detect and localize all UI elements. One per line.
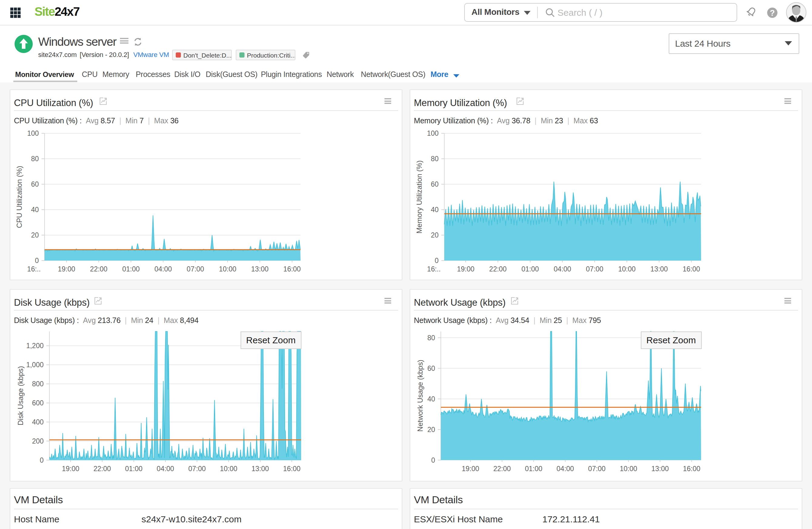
svg-text:01:00: 01:00 [521,265,539,273]
svg-text:22:00: 22:00 [90,265,107,273]
svg-text:200: 200 [32,437,44,445]
svg-text:1,200: 1,200 [26,342,44,350]
svg-text:400: 400 [32,418,44,426]
svg-text:80: 80 [431,155,439,163]
svg-text:19:00: 19:00 [462,465,479,473]
svg-text:Memory Utilization (%): Memory Utilization (%) [415,160,423,233]
svg-text:19:00: 19:00 [62,465,79,473]
svg-text:60: 60 [31,180,39,188]
svg-text:Disk Usage (kbps): Disk Usage (kbps) [16,366,25,425]
svg-text:13:00: 13:00 [251,265,269,273]
svg-text:40: 40 [31,206,39,214]
svg-text:CPU Utilization (%): CPU Utilization (%) [15,166,23,228]
svg-text:Network Usage (kbps): Network Usage (kbps) [416,359,424,431]
svg-text:60: 60 [431,180,439,188]
svg-text:100: 100 [27,129,39,137]
svg-text:Reset Zoom: Reset Zoom [646,335,696,345]
svg-text:0: 0 [435,256,439,265]
svg-text:22:00: 22:00 [93,465,111,473]
svg-text:01:00: 01:00 [525,465,543,473]
svg-text:80: 80 [427,334,435,342]
svg-text:04:00: 04:00 [155,265,172,273]
svg-text:04:00: 04:00 [157,465,174,473]
svg-text:16:00: 16:00 [283,465,301,473]
svg-text:0: 0 [35,256,39,265]
svg-text:20: 20 [31,231,39,239]
svg-text:13:00: 13:00 [651,465,669,473]
svg-text:20: 20 [427,426,435,434]
svg-text:10:00: 10:00 [220,465,237,473]
svg-text:10:00: 10:00 [219,265,236,273]
svg-text:40: 40 [431,206,439,214]
svg-text:800: 800 [32,380,44,388]
svg-text:07:00: 07:00 [188,465,206,473]
svg-text:600: 600 [32,399,44,407]
svg-text:60: 60 [427,365,435,372]
svg-text:04:00: 04:00 [553,265,571,273]
svg-text:20: 20 [431,231,439,239]
svg-text:01:00: 01:00 [125,465,143,473]
svg-text:16:00: 16:00 [283,265,301,273]
svg-text:13:00: 13:00 [251,465,269,473]
svg-text:19:00: 19:00 [457,265,475,273]
svg-text:22:00: 22:00 [493,465,511,473]
svg-text:Reset Zoom: Reset Zoom [246,335,295,345]
svg-text:0: 0 [431,456,435,464]
svg-text:0: 0 [40,456,44,464]
svg-text:16:..: 16:.. [427,265,441,273]
svg-text:01:00: 01:00 [122,265,140,273]
svg-text:80: 80 [31,155,39,163]
svg-text:16:..: 16:.. [27,265,41,273]
svg-text:04:00: 04:00 [556,465,574,473]
svg-text:100: 100 [427,129,438,137]
svg-text:07:00: 07:00 [588,465,606,473]
svg-text:16:00: 16:00 [683,465,700,473]
svg-text:22:00: 22:00 [489,265,507,273]
svg-text:07:00: 07:00 [586,265,604,273]
svg-text:10:00: 10:00 [618,265,636,273]
svg-text:19:00: 19:00 [58,265,75,273]
svg-text:13:00: 13:00 [651,265,668,273]
svg-text:16:00: 16:00 [683,265,700,273]
svg-text:40: 40 [427,395,435,403]
svg-text:10:00: 10:00 [620,465,637,473]
svg-text:1,000: 1,000 [26,361,44,369]
svg-text:?: ? [770,9,775,18]
svg-text:07:00: 07:00 [187,265,204,273]
